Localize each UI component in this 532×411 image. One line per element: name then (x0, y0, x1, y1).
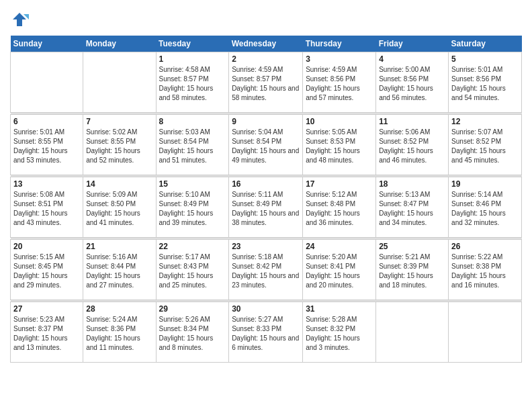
day-cell: 25Sunrise: 5:21 AM Sunset: 8:39 PM Dayli… (376, 240, 449, 300)
day-detail: Sunrise: 4:59 AM Sunset: 8:56 PM Dayligh… (306, 65, 373, 103)
day-detail: Sunrise: 4:58 AM Sunset: 8:57 PM Dayligh… (159, 65, 226, 103)
day-number: 2 (232, 54, 300, 64)
day-cell (83, 52, 156, 113)
day-cell: 31Sunrise: 5:28 AM Sunset: 8:32 PM Dayli… (303, 302, 376, 363)
day-detail: Sunrise: 5:17 AM Sunset: 8:43 PM Dayligh… (159, 253, 226, 290)
day-detail: Sunrise: 5:04 AM Sunset: 8:54 PM Dayligh… (232, 128, 300, 165)
week-row-1: 1Sunrise: 4:58 AM Sunset: 8:57 PM Daylig… (11, 52, 522, 113)
day-number: 16 (232, 179, 300, 189)
day-number: 19 (451, 179, 519, 189)
day-cell: 2Sunrise: 4:59 AM Sunset: 8:57 PM Daylig… (229, 52, 303, 113)
day-number: 29 (159, 304, 226, 314)
day-cell: 9Sunrise: 5:04 AM Sunset: 8:54 PM Daylig… (229, 115, 303, 175)
day-detail: Sunrise: 5:02 AM Sunset: 8:55 PM Dayligh… (86, 128, 152, 165)
day-number: 14 (86, 179, 152, 189)
page-header (10, 10, 522, 29)
day-cell: 21Sunrise: 5:16 AM Sunset: 8:44 PM Dayli… (83, 240, 156, 300)
day-number: 4 (379, 54, 445, 64)
day-detail: Sunrise: 5:16 AM Sunset: 8:44 PM Dayligh… (86, 253, 152, 290)
day-cell: 28Sunrise: 5:24 AM Sunset: 8:36 PM Dayli… (83, 302, 156, 363)
day-detail: Sunrise: 4:59 AM Sunset: 8:57 PM Dayligh… (232, 65, 300, 103)
day-cell: 29Sunrise: 5:26 AM Sunset: 8:34 PM Dayli… (156, 302, 229, 363)
day-cell: 12Sunrise: 5:07 AM Sunset: 8:52 PM Dayli… (449, 115, 522, 175)
day-number: 9 (232, 117, 300, 126)
header-monday: Monday (83, 36, 156, 52)
day-number: 3 (306, 54, 373, 64)
header-tuesday: Tuesday (156, 36, 229, 52)
day-number: 25 (379, 242, 445, 251)
day-number: 26 (451, 242, 519, 251)
header-friday: Friday (376, 36, 449, 52)
day-detail: Sunrise: 5:18 AM Sunset: 8:42 PM Dayligh… (232, 253, 300, 290)
day-cell: 27Sunrise: 5:23 AM Sunset: 8:37 PM Dayli… (11, 302, 83, 363)
day-detail: Sunrise: 5:05 AM Sunset: 8:53 PM Dayligh… (306, 128, 373, 165)
week-row-4: 20Sunrise: 5:15 AM Sunset: 8:45 PM Dayli… (11, 240, 522, 300)
day-detail: Sunrise: 5:21 AM Sunset: 8:39 PM Dayligh… (379, 253, 445, 290)
day-number: 1 (159, 54, 226, 64)
day-detail: Sunrise: 5:24 AM Sunset: 8:36 PM Dayligh… (86, 315, 152, 353)
day-detail: Sunrise: 5:07 AM Sunset: 8:52 PM Dayligh… (451, 128, 519, 165)
day-cell: 22Sunrise: 5:17 AM Sunset: 8:43 PM Dayli… (156, 240, 229, 300)
day-cell (449, 302, 522, 363)
day-cell: 18Sunrise: 5:13 AM Sunset: 8:47 PM Dayli… (376, 177, 449, 238)
day-detail: Sunrise: 5:14 AM Sunset: 8:46 PM Dayligh… (451, 190, 519, 228)
day-cell: 24Sunrise: 5:20 AM Sunset: 8:41 PM Dayli… (303, 240, 376, 300)
day-cell: 30Sunrise: 5:27 AM Sunset: 8:33 PM Dayli… (229, 302, 303, 363)
day-number: 7 (86, 117, 152, 126)
day-cell: 6Sunrise: 5:01 AM Sunset: 8:55 PM Daylig… (11, 115, 83, 175)
day-cell: 7Sunrise: 5:02 AM Sunset: 8:55 PM Daylig… (83, 115, 156, 175)
day-number: 8 (159, 117, 226, 126)
day-cell: 19Sunrise: 5:14 AM Sunset: 8:46 PM Dayli… (449, 177, 522, 238)
day-cell (376, 302, 449, 363)
day-detail: Sunrise: 5:03 AM Sunset: 8:54 PM Dayligh… (159, 128, 226, 165)
day-number: 13 (13, 179, 80, 189)
day-number: 21 (86, 242, 152, 251)
day-cell: 17Sunrise: 5:12 AM Sunset: 8:48 PM Dayli… (303, 177, 376, 238)
day-detail: Sunrise: 5:12 AM Sunset: 8:48 PM Dayligh… (306, 190, 373, 228)
day-detail: Sunrise: 5:09 AM Sunset: 8:50 PM Dayligh… (86, 190, 152, 228)
day-number: 15 (159, 179, 226, 189)
day-number: 28 (86, 304, 152, 314)
week-row-2: 6Sunrise: 5:01 AM Sunset: 8:55 PM Daylig… (11, 115, 522, 175)
day-number: 11 (379, 117, 445, 126)
day-cell: 14Sunrise: 5:09 AM Sunset: 8:50 PM Dayli… (83, 177, 156, 238)
logo (10, 10, 32, 29)
day-cell: 5Sunrise: 5:01 AM Sunset: 8:56 PM Daylig… (449, 52, 522, 113)
calendar-table: SundayMondayTuesdayWednesdayThursdayFrid… (10, 36, 522, 363)
day-detail: Sunrise: 5:13 AM Sunset: 8:47 PM Dayligh… (379, 190, 445, 228)
day-detail: Sunrise: 5:01 AM Sunset: 8:56 PM Dayligh… (451, 65, 519, 103)
day-detail: Sunrise: 5:28 AM Sunset: 8:32 PM Dayligh… (306, 315, 373, 353)
day-number: 22 (159, 242, 226, 251)
day-cell (11, 52, 83, 113)
day-cell: 26Sunrise: 5:22 AM Sunset: 8:38 PM Dayli… (449, 240, 522, 300)
day-number: 23 (232, 242, 300, 251)
day-detail: Sunrise: 5:08 AM Sunset: 8:51 PM Dayligh… (13, 190, 80, 228)
day-number: 6 (13, 117, 80, 126)
header-wednesday: Wednesday (229, 36, 303, 52)
week-row-3: 13Sunrise: 5:08 AM Sunset: 8:51 PM Dayli… (11, 177, 522, 238)
day-number: 20 (13, 242, 80, 251)
day-cell: 15Sunrise: 5:10 AM Sunset: 8:49 PM Dayli… (156, 177, 229, 238)
day-detail: Sunrise: 5:26 AM Sunset: 8:34 PM Dayligh… (159, 315, 226, 353)
day-cell: 4Sunrise: 5:00 AM Sunset: 8:56 PM Daylig… (376, 52, 449, 113)
day-number: 5 (451, 54, 519, 64)
day-detail: Sunrise: 5:01 AM Sunset: 8:55 PM Dayligh… (13, 128, 80, 165)
day-detail: Sunrise: 5:00 AM Sunset: 8:56 PM Dayligh… (379, 65, 445, 103)
logo-icon (10, 10, 29, 29)
day-number: 27 (13, 304, 80, 314)
day-number: 17 (306, 179, 373, 189)
day-number: 30 (232, 304, 300, 314)
day-cell: 3Sunrise: 4:59 AM Sunset: 8:56 PM Daylig… (303, 52, 376, 113)
header-sunday: Sunday (11, 36, 83, 52)
day-cell: 1Sunrise: 4:58 AM Sunset: 8:57 PM Daylig… (156, 52, 229, 113)
week-row-5: 27Sunrise: 5:23 AM Sunset: 8:37 PM Dayli… (11, 302, 522, 363)
day-detail: Sunrise: 5:06 AM Sunset: 8:52 PM Dayligh… (379, 128, 445, 165)
day-detail: Sunrise: 5:27 AM Sunset: 8:33 PM Dayligh… (232, 315, 300, 353)
day-number: 18 (379, 179, 445, 189)
day-cell: 20Sunrise: 5:15 AM Sunset: 8:45 PM Dayli… (11, 240, 83, 300)
day-cell: 10Sunrise: 5:05 AM Sunset: 8:53 PM Dayli… (303, 115, 376, 175)
day-detail: Sunrise: 5:23 AM Sunset: 8:37 PM Dayligh… (13, 315, 80, 353)
day-number: 31 (306, 304, 373, 314)
day-detail: Sunrise: 5:22 AM Sunset: 8:38 PM Dayligh… (451, 253, 519, 290)
day-cell: 16Sunrise: 5:11 AM Sunset: 8:49 PM Dayli… (229, 177, 303, 238)
